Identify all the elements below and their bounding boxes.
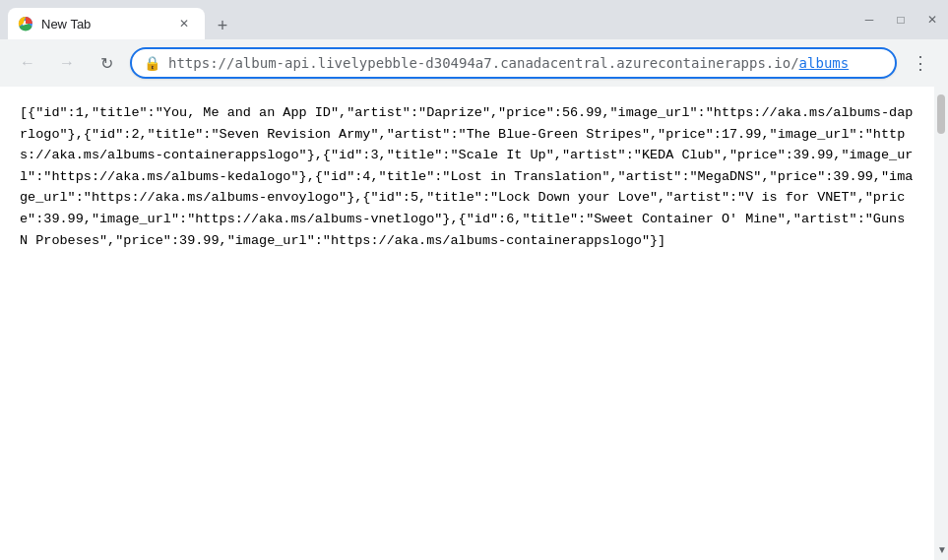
url-display[interactable]: https://album-api.livelypebble-d30494a7.…	[168, 55, 883, 71]
url-base: https://album-api.livelypebble-d30494a7.…	[168, 55, 799, 71]
scrollbar-thumb[interactable]	[937, 94, 945, 134]
window-close-button[interactable]: ✕	[924, 12, 940, 28]
back-button[interactable]: ←	[12, 47, 43, 79]
json-content: [{"id":1,"title":"You, Me and an App ID"…	[0, 87, 934, 560]
content-area: [{"id":1,"title":"You, Me and an App ID"…	[0, 87, 948, 560]
tab-favicon	[18, 16, 33, 31]
forward-button[interactable]: →	[51, 47, 83, 79]
tab-label: New Tab	[41, 17, 167, 31]
tab-area: New Tab ✕ +	[8, 0, 850, 39]
scrollbar[interactable]: ▼	[934, 87, 948, 560]
maximize-button[interactable]: □	[893, 12, 909, 28]
new-tab-button[interactable]: +	[209, 12, 236, 39]
window-controls: ─ □ ✕	[861, 12, 940, 28]
url-path: albums	[799, 55, 850, 71]
address-bar[interactable]: 🔒 https://album-api.livelypebble-d30494a…	[130, 47, 897, 79]
reload-button[interactable]: ↻	[91, 47, 122, 79]
toolbar: ← → ↻ 🔒 https://album-api.livelypebble-d…	[0, 39, 948, 87]
tab-close-button[interactable]: ✕	[175, 15, 193, 32]
scroll-down-arrow[interactable]: ▼	[937, 544, 945, 552]
security-icon: 🔒	[144, 55, 160, 71]
minimize-button[interactable]: ─	[861, 12, 877, 28]
active-tab[interactable]: New Tab ✕	[8, 8, 205, 39]
title-bar: New Tab ✕ + ─ □ ✕	[0, 0, 948, 39]
chrome-menu-button[interactable]: ⋮	[905, 47, 936, 79]
